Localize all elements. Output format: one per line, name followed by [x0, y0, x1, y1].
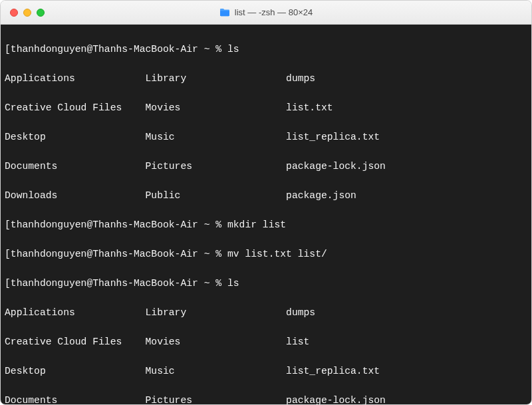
prompt: [thanhdonguyen@Thanhs-MacBook-Air ~ %: [5, 217, 227, 232]
file-entry: Music: [146, 130, 287, 144]
file-entry: Music: [146, 364, 287, 378]
prompt: [thanhdonguyen@Thanhs-MacBook-Air ~ %: [5, 247, 227, 261]
file-entry: Pictures: [146, 393, 287, 404]
prompt: [thanhdonguyen@Thanhs-MacBook-Air ~ %: [5, 276, 227, 291]
command: mkdir list: [227, 217, 286, 232]
file-entry: package-lock.json: [286, 159, 527, 174]
titlebar[interactable]: list — -zsh — 80×24: [1, 1, 531, 25]
zoom-icon[interactable]: [37, 9, 45, 17]
file-entry: Library: [146, 305, 287, 320]
file-entry: list_replica.txt: [286, 130, 527, 144]
file-entry: Creative Cloud Files: [5, 100, 146, 115]
file-entry: Creative Cloud Files: [5, 335, 146, 349]
file-entry: Applications: [5, 71, 146, 86]
window-title: list — -zsh — 80×24: [1, 7, 531, 17]
file-entry: Downloads: [5, 188, 146, 203]
prompt-line: [thanhdonguyen@Thanhs-MacBook-Air ~ % mv…: [5, 247, 527, 261]
ls-output-row: DesktopMusiclist_replica.txt: [5, 130, 527, 144]
prompt-line: [thanhdonguyen@Thanhs-MacBook-Air ~ % ls: [5, 42, 527, 57]
file-entry: package.json: [286, 188, 527, 203]
file-entry: dumps: [286, 71, 527, 86]
ls-output-row: DocumentsPicturespackage-lock.json: [5, 393, 527, 404]
file-entry: Applications: [5, 305, 146, 320]
file-entry: Movies: [146, 100, 287, 115]
folder-icon: [219, 8, 230, 17]
file-entry: Public: [146, 188, 287, 203]
terminal-window: list — -zsh — 80×24 [thanhdonguyen@Thanh…: [0, 0, 532, 405]
ls-output-row: DesktopMusiclist_replica.txt: [5, 364, 527, 378]
file-entry: Documents: [5, 393, 146, 404]
file-entry: Movies: [146, 335, 287, 349]
file-entry: list: [286, 335, 527, 349]
prompt: [thanhdonguyen@Thanhs-MacBook-Air ~ %: [5, 42, 227, 57]
command: ls: [227, 42, 239, 57]
ls-output-row: Creative Cloud FilesMovieslist: [5, 335, 527, 349]
ls-output-row: Creative Cloud FilesMovieslist.txt: [5, 100, 527, 115]
file-entry: Pictures: [146, 159, 287, 174]
terminal-body[interactable]: [thanhdonguyen@Thanhs-MacBook-Air ~ % ls…: [1, 25, 531, 404]
ls-output-row: DownloadsPublicpackage.json: [5, 188, 527, 203]
window-title-text: list — -zsh — 80×24: [235, 7, 313, 17]
ls-output-row: ApplicationsLibrarydumps: [5, 71, 527, 86]
close-icon[interactable]: [10, 9, 18, 17]
prompt-line: [thanhdonguyen@Thanhs-MacBook-Air ~ % ls: [5, 276, 527, 291]
ls-output-row: ApplicationsLibrarydumps: [5, 305, 527, 320]
ls-output-row: DocumentsPicturespackage-lock.json: [5, 159, 527, 174]
command: mv list.txt list/: [227, 247, 327, 261]
minimize-icon[interactable]: [23, 9, 31, 17]
file-entry: package-lock.json: [286, 393, 527, 404]
file-entry: Desktop: [5, 130, 146, 144]
file-entry: dumps: [286, 305, 527, 320]
file-entry: list.txt: [286, 100, 527, 115]
window-controls: [1, 9, 45, 17]
command: ls: [227, 276, 239, 291]
prompt-line: [thanhdonguyen@Thanhs-MacBook-Air ~ % mk…: [5, 217, 527, 232]
file-entry: Desktop: [5, 364, 146, 378]
file-entry: Documents: [5, 159, 146, 174]
file-entry: Library: [146, 71, 287, 86]
file-entry: list_replica.txt: [286, 364, 527, 378]
